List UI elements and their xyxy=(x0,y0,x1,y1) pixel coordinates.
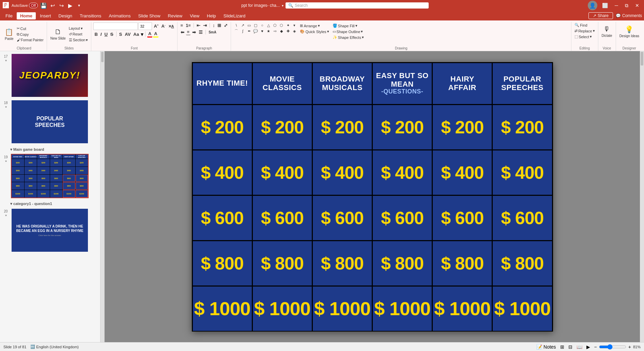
edit-area-scrollbar[interactable] xyxy=(640,51,644,342)
text-case-button[interactable]: Aa xyxy=(132,31,140,37)
shape-cross[interactable]: ✚ xyxy=(285,28,291,34)
shape-rect[interactable]: ▭ xyxy=(246,23,252,28)
quick-styles-button[interactable]: 🎨 Quick Styles ▾ xyxy=(299,29,330,34)
cell-movie-400[interactable]: $ 400 xyxy=(253,150,312,195)
slide-canvas[interactable]: RHYME TIME! MOVIE CLASSICS BROADWAY MUSI… xyxy=(192,62,553,332)
shape-freeform[interactable]: ✒ xyxy=(246,28,252,34)
cell-movie-1000[interactable]: $ 1000 xyxy=(253,287,312,331)
comments-button[interactable]: 💬 Comments xyxy=(616,12,642,19)
zoom-in-button[interactable]: + xyxy=(628,343,632,350)
cell-rhyme-400[interactable]: $ 400 xyxy=(193,150,252,195)
font-size-input[interactable] xyxy=(138,23,152,30)
undo-button[interactable]: ↩ xyxy=(49,2,56,9)
slide-thumb-17[interactable]: 17 ★ JEOPARDY! xyxy=(1,53,99,98)
zoom-out-button[interactable]: − xyxy=(594,343,598,350)
shape-curve[interactable]: ∫ xyxy=(240,28,246,34)
cut-button[interactable]: ✂ Cut xyxy=(16,26,45,31)
shape-line[interactable]: \ xyxy=(233,23,239,28)
save-button[interactable]: 💾 xyxy=(41,2,47,9)
font-color-button[interactable]: A xyxy=(147,31,152,38)
bold-button[interactable]: B xyxy=(93,31,98,37)
line-spacing-button[interactable]: ↕ xyxy=(212,23,216,28)
increase-indent-button[interactable]: ⇥ xyxy=(202,23,208,28)
cell-hairy-400[interactable]: $ 400 xyxy=(433,150,492,195)
cell-rhyme-600[interactable]: $ 600 xyxy=(193,196,252,240)
shape-hexagon[interactable]: ⬡ xyxy=(278,23,285,28)
cell-broadway-800[interactable]: $ 800 xyxy=(313,241,372,286)
cell-popular-200[interactable]: $ 200 xyxy=(493,105,552,149)
restore-button[interactable]: ⧉ xyxy=(623,2,630,9)
shape-fill-button[interactable]: 🪣 Shape Fill ▾ xyxy=(332,23,365,28)
numbering-button[interactable]: 1≡ xyxy=(185,23,192,28)
shape-star4[interactable]: ✦ xyxy=(285,23,291,28)
customize-qat-button[interactable]: ▾ xyxy=(76,2,82,9)
select-button[interactable]: ⬚ Select ▾ xyxy=(573,34,596,39)
minimize-button[interactable]: ─ xyxy=(613,2,620,9)
reading-view-button[interactable]: 📖 xyxy=(576,343,583,350)
shape-block-arrow[interactable]: ⇨ xyxy=(272,28,278,34)
menu-design[interactable]: Design xyxy=(55,12,76,19)
font-face-input[interactable] xyxy=(93,23,138,30)
columns-button[interactable]: ⊞ xyxy=(216,23,222,28)
shape-more[interactable]: ▾ xyxy=(291,23,297,28)
dropdown-icon[interactable]: ▾ xyxy=(282,4,283,8)
slide-img-17[interactable]: JEOPARDY! xyxy=(11,53,89,98)
shape-heart[interactable]: ♥ xyxy=(259,28,265,34)
paste-button[interactable]: 📋 Paste xyxy=(3,25,15,43)
cell-broadway-1000[interactable]: $ 1000 xyxy=(313,287,372,331)
category-rhyme-time[interactable]: RHYME TIME! xyxy=(193,63,252,104)
cell-easy-600[interactable]: $ 600 xyxy=(373,196,432,240)
section-button[interactable]: ☰ Section ▾ xyxy=(68,38,89,43)
shape-arrow[interactable]: ↗ xyxy=(240,23,246,28)
shape-oval[interactable]: ○ xyxy=(259,23,265,28)
dictate-button[interactable]: 🎙 Dictate xyxy=(600,23,614,40)
shape-callout[interactable]: 💬 xyxy=(252,28,259,34)
cell-easy-1000[interactable]: $ 1000 xyxy=(373,287,432,331)
shape-flow[interactable]: ◈ xyxy=(291,28,297,34)
text-shadow-button[interactable]: S xyxy=(118,31,123,37)
close-button[interactable]: ✕ xyxy=(633,2,641,9)
highlight-button[interactable]: A xyxy=(153,31,158,38)
shape-outline-button[interactable]: ▭ Shape Outline ▾ xyxy=(332,29,365,34)
autosave-toggle[interactable]: AutoSave Off xyxy=(12,3,38,8)
shape-connector[interactable]: ⌒ xyxy=(233,28,239,34)
search-bar[interactable]: 🔍 Search xyxy=(286,2,429,9)
normal-view-button[interactable]: ⊞ xyxy=(559,343,565,350)
shape-star5[interactable]: ★ xyxy=(265,28,272,34)
new-slide-button[interactable]: 🗋 New Slide xyxy=(49,25,67,43)
cell-popular-1000[interactable]: $ 1000 xyxy=(493,287,552,331)
menu-slidelizard[interactable]: SlideLizard xyxy=(220,12,249,19)
notes-button[interactable]: 📝 Notes xyxy=(536,343,556,350)
strikethrough-button[interactable]: S xyxy=(109,31,114,37)
shape-effects-button[interactable]: ✨ Shape Effects ▾ xyxy=(332,35,365,40)
slide-img-18[interactable]: POPULARSPEECHES xyxy=(11,100,89,144)
reset-button[interactable]: ↺ Reset xyxy=(68,32,89,37)
cell-movie-200[interactable]: $ 200 xyxy=(253,105,312,149)
shape-triangle[interactable]: △ xyxy=(265,23,272,28)
edit-scroll-thumb[interactable] xyxy=(641,52,643,65)
design-ideas-button[interactable]: 💡 Design Ideas xyxy=(618,23,641,40)
bullets-button[interactable]: ≡ xyxy=(180,23,184,28)
category-easy-mean[interactable]: EASY BUT SO MEAN -QUESTIONS- xyxy=(373,63,432,104)
slide-thumb-20[interactable]: 20 ★ HE WAS ORIGINALLY A DRINK, THEN HE … xyxy=(1,207,99,253)
justify-button[interactable]: ☰ xyxy=(198,29,204,35)
category-popular-speeches[interactable]: POPULAR SPEECHES xyxy=(493,63,552,104)
category-broadway[interactable]: BROADWAY MUSICALS xyxy=(313,63,372,104)
format-painter-button[interactable]: 🖌 Format Painter xyxy=(16,38,45,42)
layout-button[interactable]: Layout ▾ xyxy=(68,26,89,31)
text-direction-button[interactable]: ⤢ xyxy=(223,23,229,28)
cell-easy-400[interactable]: $ 400 xyxy=(373,150,432,195)
menu-slideshow[interactable]: Slide Show xyxy=(135,12,164,19)
menu-review[interactable]: Review xyxy=(165,12,186,19)
cell-hairy-600[interactable]: $ 600 xyxy=(433,196,492,240)
cell-rhyme-800[interactable]: $ 800 xyxy=(193,241,252,286)
cell-rhyme-1000[interactable]: $ 1000 xyxy=(193,287,252,331)
user-avatar[interactable]: 👤 xyxy=(588,1,597,10)
category-movie-classics[interactable]: MOVIE CLASSICS xyxy=(253,63,312,104)
cell-broadway-600[interactable]: $ 600 xyxy=(313,196,372,240)
decrease-indent-button[interactable]: ⇤ xyxy=(196,23,201,28)
cell-popular-600[interactable]: $ 600 xyxy=(493,196,552,240)
menu-animations[interactable]: Animations xyxy=(105,12,134,19)
shape-pentagon[interactable]: ⬠ xyxy=(272,23,278,28)
scroll-thumb[interactable] xyxy=(101,52,104,62)
